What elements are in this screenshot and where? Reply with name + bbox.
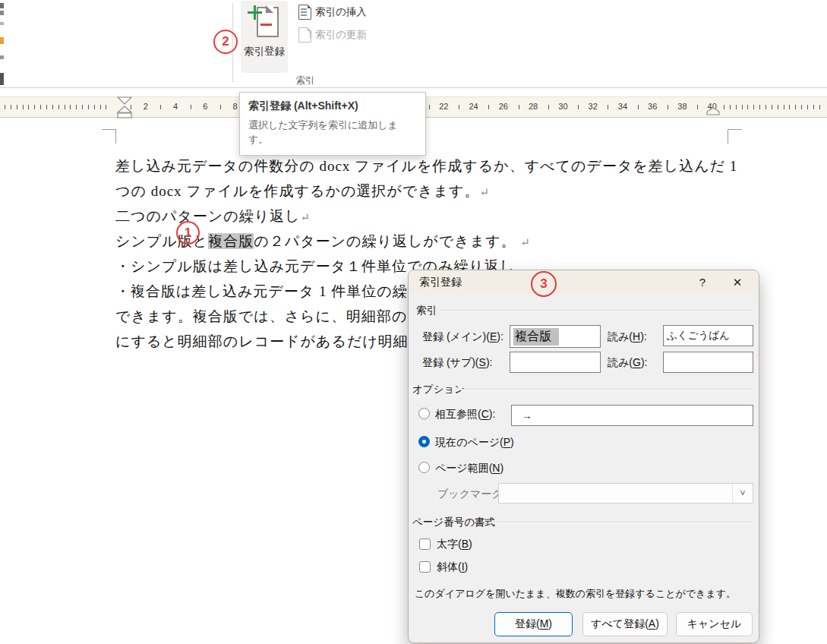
register-button[interactable]: 登録(M) bbox=[494, 612, 573, 636]
ruler-tick bbox=[160, 105, 161, 109]
ruler-tick bbox=[807, 105, 808, 109]
ruler-tick bbox=[819, 105, 820, 109]
update-index-icon: ! bbox=[298, 27, 311, 43]
yomi-h-input[interactable]: ふくごうばん bbox=[663, 325, 753, 346]
ruler-tick bbox=[65, 105, 65, 109]
bold-checkbox[interactable] bbox=[419, 538, 431, 550]
text-boundary-mark-left bbox=[102, 129, 116, 144]
page-range-radio[interactable] bbox=[418, 462, 430, 473]
ruler-tick bbox=[638, 105, 639, 109]
ruler-tick bbox=[88, 105, 89, 109]
ruler-number: 22 bbox=[437, 102, 450, 111]
paragraph-mark: ↵ bbox=[480, 186, 490, 198]
indent-markers[interactable] bbox=[113, 96, 134, 119]
dialog-status-text: このダイアログを開いたまま、複数の索引を登録することができます。 bbox=[415, 587, 736, 601]
ruler-number: 32 bbox=[587, 102, 599, 111]
cancel-button[interactable]: キャンセル bbox=[676, 612, 753, 636]
ruler-tick bbox=[765, 105, 766, 109]
group-line bbox=[460, 389, 752, 390]
ruler-tick bbox=[220, 105, 221, 109]
mark-index-entry-button[interactable]: 索引登録 bbox=[241, 1, 288, 73]
help-icon[interactable]: ? bbox=[692, 274, 713, 291]
update-index-button: ! 索引の更新 bbox=[298, 27, 367, 43]
ruler-tick bbox=[742, 105, 743, 109]
ruler-tick bbox=[753, 105, 754, 109]
ruler-tick bbox=[94, 105, 95, 109]
insert-index-icon bbox=[298, 5, 311, 20]
ruler-tick bbox=[40, 105, 41, 109]
annotation-circle-3: 3 bbox=[531, 271, 557, 297]
register-all-button[interactable]: すべて登録(A) bbox=[582, 612, 668, 636]
dialog-titlebar[interactable]: 索引登録 ? ✕ bbox=[409, 270, 759, 294]
group-label-page-number-format: ページ番号の書式 bbox=[412, 516, 495, 529]
current-page-radio[interactable] bbox=[418, 436, 430, 447]
group-line bbox=[440, 310, 752, 311]
tooltip-title: 索引登録 (Alt+Shift+X) bbox=[248, 99, 417, 113]
sub-entry-label: 登録 (サブ)(S): bbox=[422, 356, 492, 370]
tooltip-description: 選択した文字列を索引に追加します。 bbox=[248, 118, 409, 147]
clipped-ribbon-icon bbox=[0, 22, 4, 25]
document-line[interactable]: できます。複合版では、さらに、明細部の出 bbox=[115, 307, 422, 327]
ruler-tick bbox=[759, 105, 760, 109]
ruler-tick bbox=[23, 105, 24, 109]
ruler-tick bbox=[11, 105, 11, 109]
mark-index-entry-dialog: 索引登録 ? ✕ 索引 登録 (メイン)(E): 複合版 読み(H): ふくごう… bbox=[408, 270, 759, 643]
ruler-tick bbox=[5, 105, 5, 109]
document-line[interactable]: ・複合版は差し込み元データ 1 件単位の繰 bbox=[115, 282, 408, 301]
ruler-tick bbox=[697, 105, 698, 109]
bold-label: 太字(B) bbox=[437, 538, 472, 551]
close-icon[interactable]: ✕ bbox=[727, 274, 748, 291]
chevron-down-icon[interactable]: ˅ bbox=[732, 484, 753, 503]
yomi-g-input[interactable] bbox=[663, 352, 753, 373]
clipped-ribbon-icon bbox=[0, 3, 4, 8]
ruler-tick bbox=[772, 105, 772, 109]
insert-index-button[interactable]: 索引の挿入 bbox=[298, 5, 367, 20]
main-entry-selected-value: 複合版 bbox=[513, 328, 559, 346]
ruler-tick bbox=[76, 105, 77, 109]
ruler-tick bbox=[784, 105, 784, 109]
ruler-number: 26 bbox=[497, 102, 510, 111]
group-label-options: オプション bbox=[412, 383, 465, 396]
ruler-tick bbox=[730, 105, 731, 109]
document-line[interactable]: つの docx ファイルを作成するかの選択ができます。↵ bbox=[115, 182, 489, 201]
ruler-tick bbox=[106, 105, 106, 109]
text-boundary-mark-right bbox=[728, 129, 742, 144]
clipped-ribbon-icon bbox=[0, 73, 4, 85]
sub-entry-input[interactable] bbox=[510, 352, 601, 373]
main-entry-input[interactable]: 複合版 bbox=[510, 325, 601, 348]
bookmark-dropdown[interactable]: ˅ bbox=[498, 483, 753, 504]
document-line[interactable]: 二つのパターンの繰り返し↵ bbox=[115, 207, 310, 226]
annotation-circle-2: 2 bbox=[213, 30, 238, 54]
ruler-tick bbox=[70, 105, 71, 109]
document-line[interactable]: にすると明細部のレコードがあるだけ明細部 bbox=[115, 332, 424, 352]
bookmark-label: ブックマーク: bbox=[437, 488, 506, 501]
ruler-tick bbox=[813, 105, 814, 109]
ruler-number: 4 bbox=[169, 102, 181, 111]
clipped-ribbon-icon bbox=[0, 37, 4, 44]
ruler-tick bbox=[778, 105, 778, 109]
italic-checkbox[interactable] bbox=[419, 561, 431, 573]
right-indent-marker[interactable] bbox=[705, 107, 722, 116]
ruler-tick bbox=[488, 105, 489, 109]
ruler-tick bbox=[46, 105, 47, 109]
mark-index-entry-icon bbox=[248, 5, 281, 40]
cross-reference-radio[interactable] bbox=[418, 408, 430, 419]
ruler-tick bbox=[578, 105, 579, 109]
cross-reference-input[interactable]: → bbox=[511, 405, 753, 426]
group-line bbox=[491, 522, 752, 523]
ruler-number: 28 bbox=[527, 102, 539, 111]
ruler-tick bbox=[82, 105, 83, 109]
ruler-number: 34 bbox=[617, 102, 629, 111]
ruler-number: 6 bbox=[199, 102, 211, 111]
paragraph-mark: ↵ bbox=[520, 236, 530, 248]
ruler-number: 30 bbox=[557, 102, 569, 111]
ruler-tick bbox=[17, 105, 17, 109]
page-range-label: ページ範囲(N) bbox=[435, 462, 503, 475]
clipped-ribbon-icon bbox=[0, 11, 4, 15]
document-line[interactable]: 差し込み元データの件数分の docx ファイルを作成するか、すべてのデータを差し… bbox=[115, 156, 737, 176]
ruler-tick bbox=[52, 105, 53, 109]
main-entry-label: 登録 (メイン)(E): bbox=[422, 330, 503, 344]
ruler-tick bbox=[429, 105, 430, 109]
selected-text: 複合版 bbox=[208, 233, 254, 249]
mark-index-entry-label: 索引登録 bbox=[244, 45, 285, 58]
